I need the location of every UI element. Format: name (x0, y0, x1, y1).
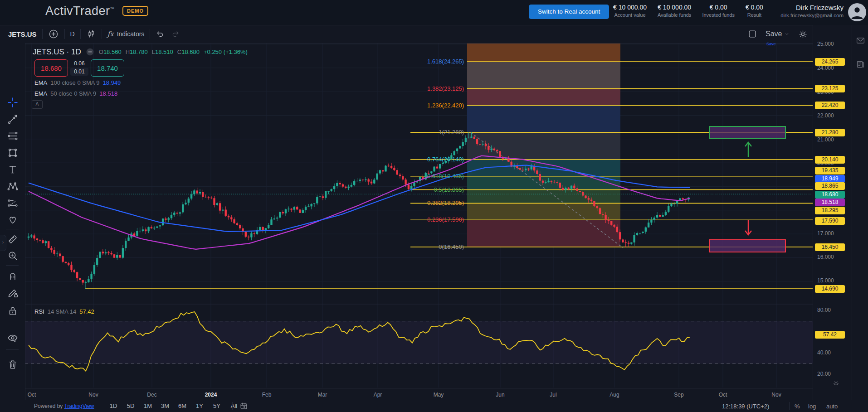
time-tick-Dec: Dec (147, 392, 156, 398)
down-arrow[interactable] (745, 220, 751, 235)
gear-icon[interactable] (798, 29, 808, 39)
legend-symbol-interval[interactable]: JETS.US · 1D (33, 48, 81, 57)
range-1m[interactable]: 1M (143, 402, 152, 409)
buy-button[interactable]: 18.740 (91, 59, 124, 77)
mail-icon[interactable] (856, 36, 865, 45)
zoom-in-tool[interactable] (7, 250, 19, 262)
fib-zone (467, 43, 620, 247)
collapse-legend-button[interactable]: ᐱ (32, 100, 43, 109)
ruler-tool[interactable] (7, 233, 19, 245)
magnet-tool[interactable] (7, 270, 19, 281)
brightness-sun-icon[interactable] (832, 379, 840, 387)
stat-value: € 0.00 (702, 4, 735, 11)
sidebar-expand-handle[interactable]: › (0, 235, 6, 251)
demo-badge: DEMO (122, 6, 148, 16)
time-tick-May: May (434, 392, 444, 398)
save-control[interactable]: Save Save (766, 30, 790, 38)
time-tick-Sep: Sep (674, 392, 683, 398)
indicators-label: Indicators (117, 30, 145, 38)
price-badge-22.420: 22.420 (815, 102, 845, 109)
time-tick-Oct: Oct (28, 392, 36, 398)
change-value: +0.250 (+1.36%) (204, 48, 248, 55)
price-badge-21.280: 21.280 (815, 129, 845, 136)
quote-panel: 18.680 0.06 0.01 18.740 (34, 59, 124, 77)
price-badge-16.450: 16.450 (815, 243, 845, 251)
forecast-tool[interactable] (7, 197, 19, 209)
redo-icon[interactable] (171, 29, 180, 39)
indicator-row-ema-100[interactable]: EMA100 close 0 SMA 918.949 (34, 79, 121, 86)
rsi-legend[interactable]: RSI 14 SMA 14 57.42 (34, 308, 94, 315)
parallel-lines-tool[interactable] (7, 130, 19, 142)
undo-icon[interactable] (156, 29, 165, 39)
range-5d[interactable]: 5D (126, 402, 135, 409)
eye-tool[interactable] (7, 332, 19, 344)
header-bar: ActivTrader™ DEMO Switch to Real account… (0, 0, 868, 25)
trend-line-tool[interactable] (7, 113, 19, 125)
compare-add-icon[interactable] (48, 29, 59, 39)
range-6m[interactable]: 6M (178, 402, 187, 409)
clock-timestamp[interactable]: 12:18:39 (UTC+2) (722, 403, 769, 410)
fib-label-0.764: 0.764(20.140) (427, 156, 464, 163)
xabcd-pattern-tool[interactable] (7, 180, 19, 192)
crosshair-tool[interactable] (7, 97, 19, 108)
stat-available-funds: € 10 000.00Available funds (658, 4, 691, 18)
account-stats: € 10 000.00Account value€ 10 000.00Avail… (613, 4, 763, 18)
up-arrow[interactable] (745, 142, 751, 157)
toolbar-divider (6, 349, 19, 350)
symbol-label[interactable]: JETS.US (8, 30, 37, 38)
price-tick: 21.000 (817, 136, 834, 143)
news-icon[interactable] (856, 59, 865, 69)
chart-type-candles-icon[interactable] (86, 29, 96, 39)
sell-button[interactable]: 18.680 (34, 59, 68, 77)
log-scale-toggle[interactable]: log (808, 403, 816, 410)
percent-scale-toggle[interactable]: % (795, 403, 800, 410)
user-name: Dirk Friczewsky (780, 4, 844, 11)
stat-label: Result (746, 12, 763, 18)
stat-value: € 10 000.00 (658, 4, 691, 11)
time-tick-2024: 2024 (205, 392, 217, 398)
avatar[interactable] (848, 3, 866, 21)
trash-tool[interactable] (7, 359, 19, 370)
minus-circle-icon[interactable] (85, 47, 95, 57)
lock-tool[interactable] (7, 305, 19, 317)
fib-label-0.382: 0.382(18.295) (427, 199, 464, 206)
powered-by: Powered by TradingView (34, 403, 94, 409)
indicator-row-ema-50[interactable]: EMA50 close 0 SMA 918.518 (34, 90, 117, 97)
heart-tool[interactable] (7, 214, 19, 226)
range-3m[interactable]: 3M (161, 402, 170, 409)
auto-scale-toggle[interactable]: auto (826, 403, 838, 410)
user-info[interactable]: Dirk Friczewsky dirk.friczewsky@gmail.co… (780, 4, 844, 18)
go-to-date-icon[interactable] (239, 402, 248, 410)
layout-square-icon[interactable] (747, 29, 757, 39)
range-1d[interactable]: 1D (109, 402, 118, 409)
indicators-button[interactable]: ƒxIndicators (107, 30, 145, 38)
range-5y[interactable]: 5Y (212, 402, 221, 409)
downside-target-box[interactable] (710, 240, 785, 252)
shapes-tool[interactable] (7, 147, 19, 159)
rsi-name: RSI (34, 308, 44, 315)
price-tick: 15.000 (817, 277, 834, 284)
time-axis[interactable]: OctNovDec2024FebMarAprMayJunJulAugSepOct… (25, 388, 813, 400)
logo-tm: ™ (110, 6, 115, 11)
time-tick-Jun: Jun (496, 392, 504, 398)
price-axis[interactable]: 25.00024.00023.00022.00021.00020.00017.0… (813, 25, 852, 400)
rsi-tick: 20.00 (817, 371, 831, 377)
time-tick-Feb: Feb (262, 392, 272, 398)
price-badge-19.435: 19.435 (815, 167, 845, 174)
time-tick-Apr: Apr (374, 392, 382, 398)
rsi-params: 14 SMA 14 (48, 308, 77, 315)
user-email: dirk.friczewsky@gmail.com (780, 13, 844, 18)
switch-to-real-account-button[interactable]: Switch to Real account (529, 5, 609, 19)
upside-target-box[interactable] (710, 126, 785, 139)
range-1y[interactable]: 1Y (195, 402, 204, 409)
tradingview-link[interactable]: TradingView (64, 403, 94, 409)
save-sub-label: Save (766, 42, 776, 46)
powered-by-text: Powered by (34, 403, 63, 409)
stat-account-value: € 10 000.00Account value (613, 4, 647, 18)
pencil-lock-tool[interactable] (7, 287, 19, 299)
text-tool-tool[interactable] (7, 164, 19, 175)
rsi-tick: 40.00 (817, 349, 831, 356)
range-all[interactable]: All (229, 402, 239, 409)
rsi-value-badge: 57.42 (815, 331, 845, 339)
timeframe-selector[interactable]: D (70, 30, 75, 38)
